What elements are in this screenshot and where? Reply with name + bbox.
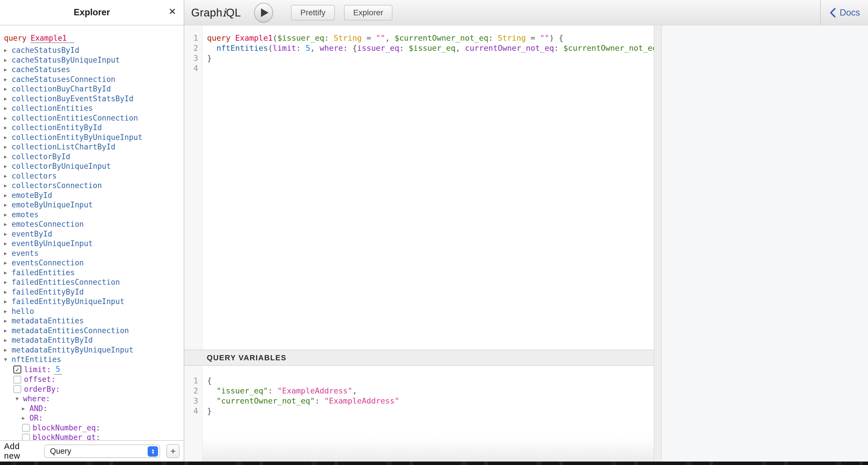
explorer-field-metadataEntityByUniqueInput[interactable]: ▶metadataEntityByUniqueInput: [4, 345, 184, 355]
field-label: metadataEntitiesConnection: [11, 326, 129, 336]
explorer-field-cacheStatusById[interactable]: ▶cacheStatusById: [4, 45, 184, 55]
close-icon[interactable]: ✕: [168, 7, 176, 16]
chevron-right-icon: ▶: [4, 268, 11, 278]
explorer-field-emotes[interactable]: ▶emotes: [4, 210, 184, 220]
arg-label: offset:: [24, 375, 56, 384]
where-AND[interactable]: ▶AND:: [4, 404, 184, 414]
explorer-field-collectionEntities[interactable]: ▶collectionEntities: [4, 103, 184, 113]
chevron-right-icon: ▶: [4, 84, 11, 94]
explorer-field-hello[interactable]: ▶hello: [4, 307, 184, 316]
token-pl: [230, 33, 235, 42]
variables-editor[interactable]: 1234 { "issuer_eq": "ExampleAddress", "c…: [184, 366, 654, 462]
explorer-field-collectionEntitiesConnection[interactable]: ▶collectionEntitiesConnection: [4, 113, 184, 123]
field-label: nftEntities: [11, 355, 61, 365]
arg-label: blockNumber_gt:: [33, 433, 100, 440]
token-pn: =: [362, 33, 376, 42]
token-var: $currentOwner_not_eq: [395, 33, 488, 42]
token-pl: [207, 43, 217, 53]
token-pn: =: [526, 33, 540, 42]
prettify-button[interactable]: Prettify: [291, 5, 335, 21]
field-label: collectorsConnection: [11, 181, 102, 191]
chevron-right-icon: ▶: [4, 113, 11, 123]
explorer-field-emoteById[interactable]: ▶emoteById: [4, 191, 184, 200]
query-editor-code[interactable]: query Example1($issuer_eq: String = "", …: [203, 25, 666, 350]
query-editor-gutter: 1234: [184, 25, 203, 350]
token-pn: :: [554, 43, 563, 53]
chevron-right-icon: ▶: [4, 258, 11, 268]
explorer-field-failedEntitiesConnection[interactable]: ▶failedEntitiesConnection: [4, 278, 184, 287]
field-label: metadataEntities: [11, 316, 84, 326]
explorer-field-metadataEntities[interactable]: ▶metadataEntities: [4, 316, 184, 326]
token-pn: (: [268, 43, 273, 53]
add-new-button[interactable]: +: [166, 444, 180, 458]
field-label: eventById: [11, 229, 52, 239]
field-label: cacheStatusesConnection: [11, 75, 115, 85]
explorer-field-cacheStatusByUniqueInput[interactable]: ▶cacheStatusByUniqueInput: [4, 55, 184, 65]
toolbar: GraphiQL Prettify Explorer Docs: [184, 0, 868, 25]
explorer-field-eventByUniqueInput[interactable]: ▶eventByUniqueInput: [4, 239, 184, 249]
explorer-field-failedEntities[interactable]: ▶failedEntities: [4, 268, 184, 278]
token-pn: }: [207, 406, 212, 415]
chevron-right-icon: ▶: [4, 181, 11, 191]
token-pn: (: [273, 33, 277, 42]
line-number: 2: [184, 43, 198, 53]
arg-limit[interactable]: ✓limit:5: [4, 365, 184, 375]
explorer-field-collectionEntityByUniqueInput[interactable]: ▶collectionEntityByUniqueInput: [4, 133, 184, 143]
explorer-field-collectionListChartById[interactable]: ▶collectionListChartById: [4, 142, 184, 152]
execute-button[interactable]: [254, 3, 273, 23]
explorer-field-cacheStatuses[interactable]: ▶cacheStatuses: [4, 65, 184, 75]
where-blockNumber_eq[interactable]: blockNumber_eq:: [4, 423, 184, 433]
where-OR[interactable]: ▶OR:: [4, 413, 184, 423]
code-line: }: [207, 406, 399, 416]
arg-value-input[interactable]: 5: [54, 365, 62, 375]
explorer-field-collectionBuyChartById[interactable]: ▶collectionBuyChartById: [4, 84, 184, 94]
arg-offset[interactable]: offset:: [4, 375, 184, 384]
variables-editor-code[interactable]: { "issuer_eq": "ExampleAddress", "curren…: [203, 366, 399, 462]
where-blockNumber_gt[interactable]: blockNumber_gt:: [4, 433, 184, 440]
explorer-panel-title: Explorer: [74, 7, 110, 18]
explorer-field-cacheStatusesConnection[interactable]: ▶cacheStatusesConnection: [4, 75, 184, 85]
line-number: 4: [184, 63, 198, 73]
field-label: failedEntities: [11, 268, 75, 278]
explorer-field-failedEntityByUniqueInput[interactable]: ▶failedEntityByUniqueInput: [4, 297, 184, 307]
arg-where[interactable]: ▼where:: [4, 394, 184, 404]
explorer-field-collectionBuyEventStatsById[interactable]: ▶collectionBuyEventStatsById: [4, 94, 184, 104]
explorer-toggle-button[interactable]: Explorer: [344, 5, 393, 21]
chevron-right-icon: ▶: [4, 152, 11, 162]
explorer-field-eventById[interactable]: ▶eventById: [4, 229, 184, 239]
checkbox-icon[interactable]: [22, 434, 30, 440]
add-new-type-select[interactable]: Query ▲▼: [44, 444, 160, 458]
explorer-field-emotesConnection[interactable]: ▶emotesConnection: [4, 219, 184, 229]
docs-button[interactable]: Docs: [820, 0, 868, 25]
explorer-field-collectorsConnection[interactable]: ▶collectorsConnection: [4, 181, 184, 191]
token-pn: ,: [456, 43, 465, 53]
explorer-field-failedEntityById[interactable]: ▶failedEntityById: [4, 287, 184, 297]
checkbox-icon[interactable]: [22, 424, 30, 432]
explorer-field-eventsConnection[interactable]: ▶eventsConnection: [4, 258, 184, 268]
chevron-right-icon: ▶: [4, 229, 11, 239]
editor-resize-handle[interactable]: [654, 25, 662, 462]
checkbox-icon[interactable]: [13, 376, 21, 384]
explorer-field-collectorByUniqueInput[interactable]: ▶collectorByUniqueInput: [4, 161, 184, 172]
query-operation-row: queryExample1: [4, 33, 184, 43]
chevron-right-icon: ▶: [4, 200, 11, 210]
explorer-field-events[interactable]: ▶events: [4, 249, 184, 258]
query-name-input[interactable]: Example1: [31, 34, 74, 43]
field-label: hello: [11, 307, 34, 316]
arg-orderBy[interactable]: orderBy:: [4, 384, 184, 394]
checkbox-icon[interactable]: [13, 385, 21, 393]
play-icon: [261, 8, 269, 17]
field-label: emoteByUniqueInput: [11, 200, 93, 210]
field-label: collectionEntitiesConnection: [11, 113, 138, 123]
query-editor[interactable]: 1234 query Example1($issuer_eq: String =…: [184, 25, 654, 350]
token-pn: :: [324, 33, 334, 42]
explorer-tree-fields: ▶cacheStatusById▶cacheStatusByUniqueInpu…: [4, 45, 184, 440]
checkbox-checked-icon[interactable]: ✓: [13, 366, 21, 374]
explorer-field-nftEntities[interactable]: ▼nftEntities: [4, 355, 184, 365]
explorer-field-metadataEntityById[interactable]: ▶metadataEntityById: [4, 336, 184, 345]
explorer-field-emoteByUniqueInput[interactable]: ▶emoteByUniqueInput: [4, 200, 184, 210]
explorer-field-metadataEntitiesConnection[interactable]: ▶metadataEntitiesConnection: [4, 326, 184, 336]
explorer-field-collectionEntityById[interactable]: ▶collectionEntityById: [4, 123, 184, 133]
explorer-field-collectors[interactable]: ▶collectors: [4, 172, 184, 181]
explorer-field-collectorById[interactable]: ▶collectorById: [4, 152, 184, 162]
